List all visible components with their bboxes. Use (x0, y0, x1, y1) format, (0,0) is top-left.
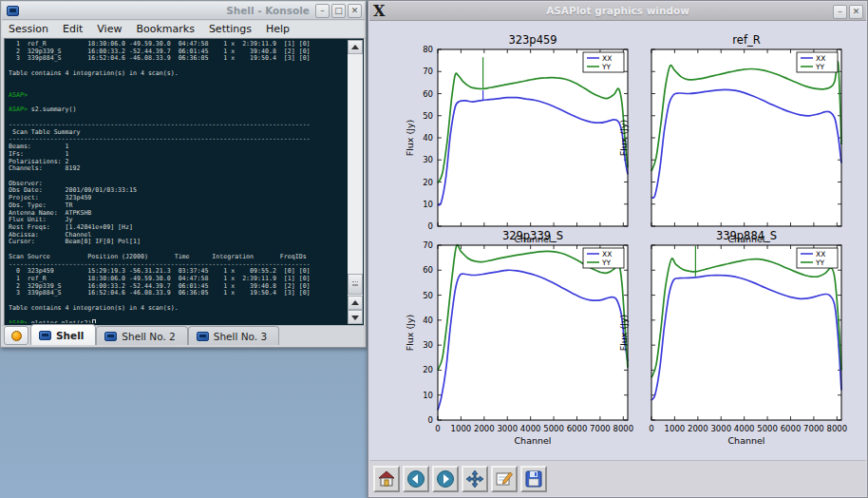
scroll-down-button[interactable] (348, 310, 363, 324)
svg-text:10: 10 (423, 391, 433, 400)
svg-text:30: 30 (423, 155, 433, 164)
subplots-button[interactable] (491, 466, 518, 492)
legend-label: YY (815, 259, 825, 267)
terminal-line: ASAP> (9, 92, 346, 100)
save-button[interactable] (520, 466, 547, 492)
new-session-button[interactable] (4, 326, 28, 345)
tab-shell-no-3[interactable]: Shell No. 3 (188, 326, 279, 345)
subplots-icon (495, 469, 514, 488)
terminal-line: Channels: 8192 (9, 165, 346, 173)
svg-text:50: 50 (423, 111, 433, 121)
forward-icon (436, 469, 455, 488)
svg-text:20: 20 (423, 178, 433, 187)
back-button[interactable] (403, 466, 429, 492)
svg-text:2000: 2000 (688, 424, 708, 433)
svg-text:4000: 4000 (520, 424, 541, 433)
maximize-button[interactable]: □ (331, 4, 346, 18)
terminal-line: Cursor: Beam[0] IF[0] Pol[1] (9, 239, 346, 246)
svg-text:5000: 5000 (757, 424, 778, 433)
pan-button[interactable] (462, 466, 488, 492)
svg-text:20: 20 (423, 365, 433, 374)
svg-text:6000: 6000 (781, 424, 802, 433)
svg-text:50: 50 (423, 291, 433, 300)
pan-icon (465, 469, 484, 488)
menu-item-bookmarks[interactable]: Bookmarks (136, 23, 194, 35)
close-button[interactable]: ✕ (849, 5, 863, 19)
minimize-button[interactable]: – (315, 4, 330, 18)
subplot-339p884_S: 010002000300040005000600070008000339p884… (609, 230, 851, 452)
konsole-titlebar[interactable]: Shell - Konsole – □ ✕ (2, 2, 365, 20)
terminal-line: Table contains 4 integration(s) in 4 sca… (9, 305, 346, 313)
new-session-icon (11, 331, 22, 341)
terminal-line (9, 173, 346, 181)
close-button[interactable]: ✕ (348, 4, 362, 18)
terminal-tab-icon (39, 331, 51, 340)
menu-item-view[interactable]: View (97, 23, 122, 35)
terminal-line (9, 85, 346, 92)
svg-text:10: 10 (423, 200, 433, 209)
plot-ref_R: ref_RFlux (Jy)ChannelXXYY (609, 34, 851, 259)
scroll-thumb[interactable] (348, 274, 363, 295)
scroll-up-button[interactable] (348, 40, 363, 54)
konsole-tabbar: ShellShell No. 2Shell No. 3 (2, 325, 365, 346)
plot-title: 323p459 (508, 33, 557, 47)
y-axis-label: Flux (Jy) (618, 120, 629, 157)
menu-item-session[interactable]: Session (9, 23, 48, 35)
menu-item-settings[interactable]: Settings (209, 23, 252, 35)
asaplot-window-title: ASAPlot graphics window (369, 5, 866, 16)
svg-text:1000: 1000 (451, 424, 472, 433)
menu-item-edit[interactable]: Edit (63, 23, 83, 35)
terminal-line: 3 339p884_S 16:52:04.6 -46.08.33.9 06:36… (9, 290, 346, 297)
figure-canvas[interactable]: 01020304050607080323p459Flux (Jy)Channel… (369, 21, 866, 459)
plot-title: 329p339_S (502, 229, 563, 242)
menu-item-help[interactable]: Help (266, 23, 290, 35)
home-button[interactable] (373, 466, 400, 492)
tab-shell[interactable]: Shell (30, 324, 96, 345)
svg-text:7000: 7000 (590, 424, 611, 433)
plot-title: 339p884_S (716, 229, 777, 242)
svg-text:7000: 7000 (803, 424, 824, 433)
terminal-line: ASAP> plotter.plot(s2) (9, 319, 346, 323)
desktop: Shell - Konsole – □ ✕ SessionEditViewBoo… (0, 0, 868, 498)
terminal-line (9, 78, 346, 86)
subplot-ref_R: ref_RFlux (Jy)ChannelXXYY (609, 34, 851, 259)
x-axis-label: Channel (514, 435, 551, 446)
terminal-scrollbar[interactable] (348, 40, 363, 324)
svg-text:2000: 2000 (474, 424, 495, 433)
plot-title: ref_R (732, 33, 760, 47)
svg-text:5000: 5000 (543, 424, 564, 433)
asaplot-titlebar[interactable]: X ASAPlot graphics window – ✕ (369, 2, 866, 21)
y-axis-label: Flux (Jy) (405, 315, 415, 352)
svg-text:0: 0 (649, 424, 653, 433)
svg-text:3000: 3000 (497, 424, 518, 433)
konsole-window-title: Shell - Konsole (27, 5, 310, 16)
svg-text:40: 40 (423, 316, 433, 325)
svg-text:1000: 1000 (665, 424, 686, 433)
svg-text:6000: 6000 (567, 424, 588, 433)
minimize-button[interactable]: – (833, 5, 847, 19)
plot-323p459: 01020304050607080323p459Flux (Jy)Channel… (395, 34, 637, 259)
svg-text:60: 60 (423, 89, 433, 99)
svg-text:3000: 3000 (710, 424, 731, 433)
svg-text:0: 0 (435, 424, 440, 433)
konsole-menubar: SessionEditViewBookmarksSettingsHelp (2, 21, 365, 37)
terminal-line: ASAP> s2.summary() (9, 106, 346, 114)
scroll-up-button-2[interactable] (348, 296, 363, 310)
tab-shell-no-2[interactable]: Shell No. 2 (96, 326, 187, 345)
svg-text:60: 60 (423, 265, 433, 275)
subplot-323p459: 01020304050607080323p459Flux (Jy)Channel… (395, 34, 637, 259)
svg-text:8000: 8000 (826, 424, 847, 433)
terminal-output[interactable]: 1 ref_R 18:30:06.0 -49.59.30.0 04:47:58 … (9, 41, 346, 323)
legend-label: YY (815, 63, 825, 71)
subplot-329p339_S: 0100020003000400050006000700080000102030… (395, 230, 637, 452)
plot-329p339_S: 0100020003000400050006000700080000102030… (395, 230, 637, 452)
svg-text:80: 80 (423, 45, 433, 54)
forward-button[interactable] (432, 466, 459, 492)
terminal-cursor (92, 319, 96, 323)
x-axis-label: Channel (727, 435, 764, 446)
svg-text:30: 30 (423, 340, 433, 350)
svg-text:70: 70 (423, 240, 433, 250)
plot-339p884_S: 010002000300040005000600070008000339p884… (609, 230, 851, 452)
svg-text:70: 70 (423, 67, 433, 76)
save-icon (524, 469, 543, 488)
